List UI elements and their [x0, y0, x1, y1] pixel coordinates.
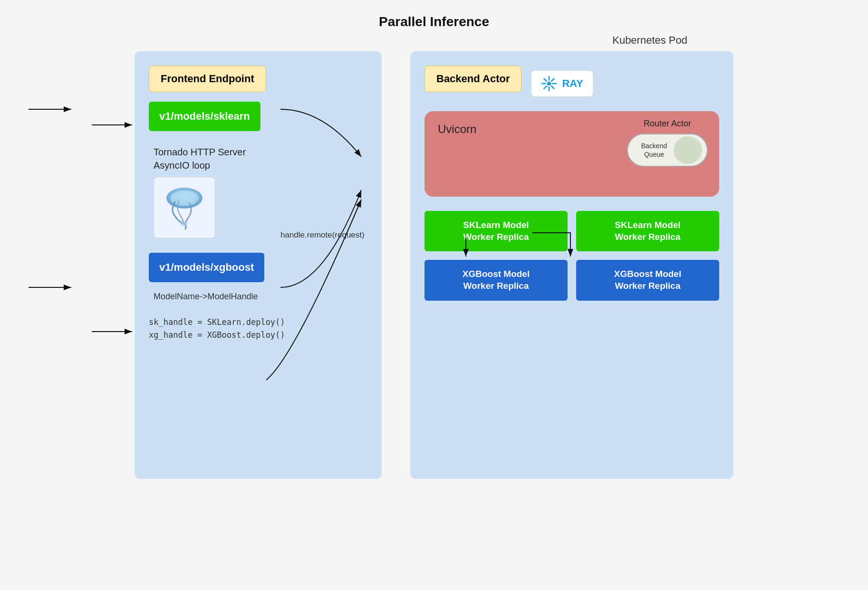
- frontend-endpoint-label: Frontend Endpoint: [149, 66, 266, 92]
- xgboost-route-box: v1/models/xgboost: [149, 253, 264, 282]
- model-name-label: ModelName->ModelHandle: [154, 292, 367, 302]
- workers-grid: SKLearn ModelWorker Replica SKLearn Mode…: [424, 211, 719, 301]
- ray-logo-text: RAY: [562, 77, 583, 90]
- sklearn-route-box: v1/models/sklearn: [149, 102, 260, 131]
- worker-xgboost-2: XGBoost ModelWorker Replica: [576, 260, 719, 300]
- ray-icon: [541, 76, 557, 92]
- left-panel: Frontend Endpoint v1/models/sklearn Torn…: [135, 51, 382, 479]
- left-arrows-svg: [92, 51, 135, 479]
- svg-line-11: [544, 79, 547, 82]
- svg-line-13: [551, 79, 554, 82]
- worker-sklearn-2: SKLearn ModelWorker Replica: [576, 211, 719, 251]
- queue-circle: [674, 136, 702, 164]
- backend-actor-label: Backend Actor: [424, 66, 521, 92]
- backend-queue-label: BackendQueue: [631, 142, 674, 159]
- tornado-image: [154, 177, 215, 238]
- svg-line-14: [544, 86, 547, 89]
- worker-xgboost-1: XGBoost ModelWorker Replica: [424, 260, 568, 300]
- backend-queue-toggle: BackendQueue: [627, 133, 708, 167]
- right-panel: Backend Actor RAY Uvicorn: [410, 51, 733, 479]
- router-actor-label: Router Actor: [627, 119, 708, 129]
- tornado-label: Tornado HTTP Server AsyncIO loop: [154, 145, 367, 172]
- ray-logo: RAY: [531, 70, 593, 97]
- svg-point-6: [547, 82, 551, 86]
- router-actor-area: Router Actor BackendQueue: [627, 119, 708, 167]
- svg-line-12: [551, 86, 554, 89]
- worker-sklearn-1: SKLearn ModelWorker Replica: [424, 211, 568, 251]
- svg-point-5: [181, 222, 188, 226]
- k8s-label: Kubernetes Pod: [0, 34, 687, 47]
- bottom-code: sk_handle = SKLearn.deploy() xg_handle =…: [149, 316, 367, 342]
- page-title: Parallel Inference: [0, 0, 868, 34]
- uvicorn-router-box: Uvicorn Router Actor BackendQueue: [424, 111, 719, 197]
- tornado-icon: [161, 184, 208, 231]
